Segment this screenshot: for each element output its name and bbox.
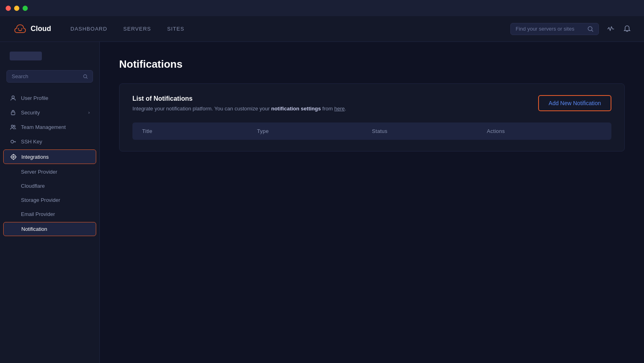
- user-icon: [10, 95, 16, 101]
- sidebar-label-notification: Notification: [21, 226, 47, 232]
- table-col-actions: Actions: [487, 128, 602, 134]
- main-content: Notifications List of Notifications Inte…: [100, 42, 644, 363]
- page-title: Notifications: [119, 58, 625, 71]
- global-search[interactable]: [510, 23, 599, 35]
- svg-point-1: [21, 28, 23, 29]
- topnav: Cloud DASHBOARD SERVERS SITES: [0, 16, 644, 42]
- nav-servers[interactable]: SERVERS: [123, 26, 151, 32]
- sidebar-search[interactable]: [6, 70, 93, 83]
- search-input[interactable]: [516, 26, 584, 32]
- maximize-button[interactable]: [23, 6, 28, 11]
- card-title: List of Notifications: [132, 95, 346, 102]
- sidebar-item-integrations[interactable]: Integrations: [3, 149, 96, 164]
- svg-point-9: [13, 125, 15, 127]
- notification-bell-icon[interactable]: [623, 25, 631, 33]
- sidebar-label-email-provider: Email Provider: [21, 211, 55, 217]
- close-button[interactable]: [6, 6, 11, 11]
- sidebar-label-integrations: Integrations: [21, 154, 49, 160]
- notifications-card: List of Notifications Integrate your not…: [119, 83, 625, 151]
- security-icon: [10, 109, 16, 116]
- sidebar: User Profile Security › Team M: [0, 42, 100, 363]
- sidebar-item-storage-provider[interactable]: Storage Provider: [0, 193, 99, 207]
- sidebar-item-ssh-key[interactable]: SSH Key: [0, 134, 99, 149]
- layout: User Profile Security › Team M: [0, 42, 644, 363]
- card-description: Integrate your notification platform. Yo…: [132, 105, 346, 113]
- search-icon: [587, 26, 594, 32]
- sidebar-item-security[interactable]: Security ›: [0, 105, 99, 120]
- sidebar-label-server-provider: Server Provider: [21, 169, 57, 175]
- logo-text: Cloud: [31, 25, 51, 33]
- sidebar-item-notification[interactable]: Notification: [3, 222, 96, 236]
- svg-point-15: [11, 155, 16, 159]
- sidebar-label-storage-provider: Storage Provider: [21, 197, 60, 203]
- svg-point-14: [12, 156, 14, 158]
- nav-sites[interactable]: SITES: [167, 26, 184, 32]
- table-col-type: Type: [257, 128, 372, 134]
- sidebar-item-email-provider[interactable]: Email Provider: [0, 207, 99, 221]
- notification-settings-link[interactable]: here: [334, 106, 345, 112]
- sidebar-label-team-management: Team Management: [21, 124, 66, 130]
- table-col-status: Status: [372, 128, 487, 134]
- svg-line-3: [592, 30, 593, 31]
- sidebar-search-icon: [83, 74, 88, 79]
- card-header: List of Notifications Integrate your not…: [132, 95, 611, 113]
- svg-point-10: [11, 140, 14, 143]
- nav-dashboard[interactable]: DASHBOARD: [70, 26, 107, 32]
- logo-icon: [13, 22, 27, 36]
- logo[interactable]: Cloud: [13, 22, 51, 36]
- table-header: Title Type Status Actions: [132, 122, 611, 140]
- sidebar-label-cloudflare: Cloudflare: [21, 183, 45, 189]
- activity-icon[interactable]: [607, 25, 615, 33]
- svg-point-6: [12, 96, 14, 98]
- nav-right: [510, 23, 631, 35]
- svg-point-8: [11, 125, 13, 127]
- sidebar-item-user-profile[interactable]: User Profile: [0, 91, 99, 105]
- avatar-placeholder: [10, 52, 42, 60]
- team-icon: [10, 124, 16, 130]
- svg-point-0: [18, 28, 19, 29]
- sidebar-label-user-profile: User Profile: [21, 95, 48, 101]
- nav-links: DASHBOARD SERVERS SITES: [70, 26, 510, 32]
- titlebar: [0, 0, 644, 16]
- sidebar-search-input[interactable]: [12, 73, 80, 79]
- sidebar-item-cloudflare[interactable]: Cloudflare: [0, 179, 99, 193]
- svg-line-5: [86, 77, 87, 78]
- sidebar-label-security: Security: [21, 110, 40, 116]
- minimize-button[interactable]: [14, 6, 19, 11]
- sidebar-label-ssh-key: SSH Key: [21, 139, 42, 145]
- sidebar-item-team-management[interactable]: Team Management: [0, 120, 99, 134]
- integrations-icon: [10, 153, 17, 160]
- sidebar-item-server-provider[interactable]: Server Provider: [0, 165, 99, 179]
- card-info: List of Notifications Integrate your not…: [132, 95, 346, 113]
- ssh-key-icon: [10, 138, 16, 145]
- security-chevron-icon: ›: [88, 110, 90, 115]
- add-new-notification-button[interactable]: Add New Notification: [538, 95, 611, 111]
- table-col-title: Title: [142, 128, 257, 134]
- svg-rect-7: [11, 112, 15, 115]
